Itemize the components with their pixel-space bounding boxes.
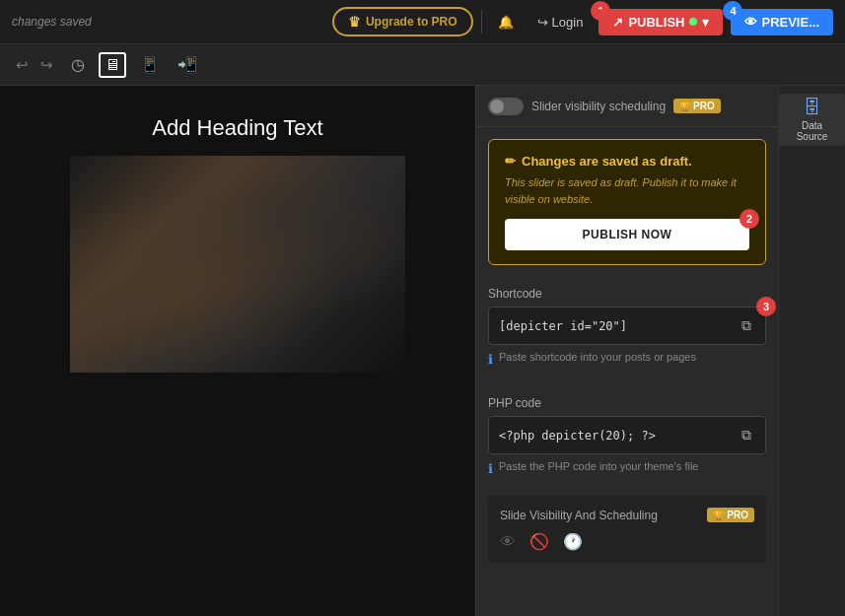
draft-title: ✏ Changes are saved as draft. xyxy=(505,154,749,169)
shortcode-value: [depicter id="20"] xyxy=(499,319,627,333)
shortcode-copy-button[interactable]: ⧉ xyxy=(738,315,755,336)
main-area: Add Heading Text Slider visibility sched… xyxy=(0,86,845,616)
eye-slash-icon[interactable]: 🚫 xyxy=(529,532,549,551)
edit-icon: ✏ xyxy=(505,154,516,169)
divider xyxy=(481,10,482,34)
crown-icon: ♛ xyxy=(348,14,361,30)
redo-button[interactable]: ↪ xyxy=(36,54,57,76)
visibility-toggle-label: Slider visibility scheduling xyxy=(531,100,666,113)
php-value: <?php depicter(20); ?> xyxy=(499,429,656,443)
slide-visibility-section: Slide Visibility And Scheduling PRO 👁 🚫 … xyxy=(488,496,766,563)
toolbar-row: ↩ ↪ ◷ 🖥 📱 📲 xyxy=(0,44,845,86)
clock-icon[interactable]: 🕐 xyxy=(563,532,583,551)
top-bar: changes saved ♛ Upgrade to PRO 🔔 ↪ Login… xyxy=(0,0,845,44)
slide-heading: Add Heading Text xyxy=(152,115,322,141)
login-button[interactable]: ↪ Login xyxy=(529,11,592,34)
visibility-header: Slide Visibility And Scheduling PRO xyxy=(500,508,754,522)
info-icon-shortcode: ℹ xyxy=(488,352,493,367)
toggle-row: Slider visibility scheduling PRO xyxy=(488,98,721,115)
preview-button[interactable]: 👁 PREVIE... xyxy=(731,9,833,35)
visibility-icons-row: 👁 🚫 🕐 xyxy=(500,532,754,551)
preview-label: PREVIE... xyxy=(761,15,819,30)
info-icon-php: ℹ xyxy=(488,461,493,476)
desktop-icon[interactable]: 🖥 xyxy=(99,52,126,78)
draft-banner: ✏ Changes are saved as draft. This slide… xyxy=(488,139,766,265)
chevron-down-icon: ▾ xyxy=(702,15,709,30)
php-label: PHP code xyxy=(488,396,766,410)
php-field: <?php depicter(20); ?> ⧉ xyxy=(488,416,766,454)
upgrade-label: Upgrade to PRO xyxy=(366,15,458,29)
publish-button[interactable]: ↗ PUBLISH ▾ xyxy=(599,9,723,35)
php-section: PHP code <?php depicter(20); ?> ⧉ ℹ Past… xyxy=(476,386,778,496)
database-icon: 🗄 xyxy=(804,98,821,118)
php-copy-button[interactable]: ⧉ xyxy=(738,425,755,445)
data-source-label: Data Source xyxy=(787,120,837,142)
shortcode-badge: 3 xyxy=(756,297,776,316)
data-source-button[interactable]: 🗄 Data Source xyxy=(779,94,845,146)
pro-badge-slide-visibility: PRO xyxy=(707,508,754,522)
php-info-row: ℹ Paste the PHP code into your theme's f… xyxy=(488,460,766,476)
publish-status-dot xyxy=(689,18,697,26)
php-hint: Paste the PHP code into your theme's fil… xyxy=(499,460,698,472)
shortcode-label: Shortcode xyxy=(488,287,766,301)
publish-now-button[interactable]: PUBLISH NOW xyxy=(505,219,749,250)
changes-saved-text: changes saved xyxy=(12,15,92,29)
slide-photo xyxy=(70,156,405,373)
publish-label: PUBLISH xyxy=(628,15,684,30)
shortcode-hint: Paste shortcode into your posts or pages xyxy=(499,351,696,363)
visibility-title: Slide Visibility And Scheduling xyxy=(500,509,658,522)
eye-icon: 👁 xyxy=(744,15,757,30)
undo-redo-group: ↩ ↪ xyxy=(12,54,57,76)
upgrade-button[interactable]: ♛ Upgrade to PRO xyxy=(332,7,473,36)
top-bar-left: changes saved xyxy=(12,15,92,29)
panel-wrapper: Slider visibility scheduling PRO ✏ Chang… xyxy=(475,86,845,616)
bell-icon: 🔔 xyxy=(498,15,514,30)
panel-top-bar: Slider visibility scheduling PRO xyxy=(476,86,778,127)
publish-now-badge: 2 xyxy=(739,209,759,229)
right-panel: Slider visibility scheduling PRO ✏ Chang… xyxy=(475,86,778,616)
mobile-icon[interactable]: 📲 xyxy=(174,51,201,78)
visibility-toggle[interactable] xyxy=(488,98,524,115)
canvas-area: Add Heading Text xyxy=(0,86,475,616)
draft-desc: This slider is saved as draft. Publish i… xyxy=(505,174,749,207)
shortcode-field: [depicter id="20"] ⧉ xyxy=(488,307,766,345)
shortcode-section: Shortcode [depicter id="20"] ⧉ 3 ℹ Paste… xyxy=(476,277,778,386)
undo-button[interactable]: ↩ xyxy=(12,54,33,76)
login-label: Login xyxy=(552,15,584,30)
shortcode-field-wrapper: [depicter id="20"] ⧉ 3 xyxy=(488,307,766,345)
eye-visibility-icon[interactable]: 👁 xyxy=(500,533,516,551)
tablet-icon[interactable]: 📱 xyxy=(136,51,164,78)
slide-image xyxy=(70,156,405,373)
slide-preview: Add Heading Text xyxy=(0,86,475,616)
history-icon[interactable]: ◷ xyxy=(67,51,89,78)
data-source-strip: 🗄 Data Source xyxy=(778,86,845,616)
shortcode-info-row: ℹ Paste shortcode into your posts or pag… xyxy=(488,351,766,367)
preview-badge: 4 xyxy=(723,1,742,21)
publish-wrapper: 1 ↗ PUBLISH ▾ xyxy=(599,9,723,35)
login-icon: ↪ xyxy=(537,15,548,30)
publish-icon: ↗ xyxy=(612,15,623,30)
preview-wrapper: 4 👁 PREVIE... xyxy=(731,9,833,35)
bell-button[interactable]: 🔔 xyxy=(490,11,522,34)
pro-badge-visibility: PRO xyxy=(673,99,721,113)
top-bar-right: ♛ Upgrade to PRO 🔔 ↪ Login 1 ↗ PUBLISH ▾… xyxy=(332,7,833,36)
